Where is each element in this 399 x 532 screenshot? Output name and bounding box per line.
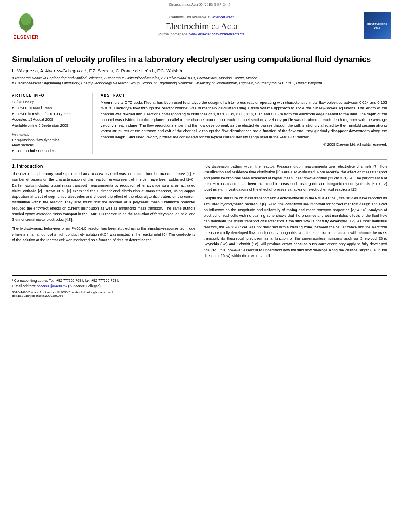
intro-section-title: 1. Introduction [12,164,195,168]
keyword-3: Reactor turbulence models [12,148,87,154]
footer-corresponding: * Corresponding author. Tel.: +52 777329… [12,278,387,283]
journal-homepage: journal homepage: www.elsevier.com/locat… [44,32,359,36]
received-revised-date: Received in revised form 9 July 2009 [12,111,87,117]
right-paragraph-2: Despite the literature on mass transport… [204,195,387,259]
authors-text: L. Vázquez a, A. Alvarez–Gallegos a,*, F… [12,68,182,73]
elsevier-tree-icon [14,12,38,34]
keywords-label: Keywords: [12,132,87,136]
corresponding-tel: Tel.: +52 777329 7084; fax: +52 777329 7… [49,279,119,283]
journal-header: ELSEVIER Contents lists available at Sci… [0,8,399,43]
journal-logo-box: ElectrochimicaActa [364,12,391,39]
affiliation-a: a Research Centre in Engineering and App… [12,76,387,81]
body-left-col: 1. Introduction The FM01-LC laboratory–s… [12,164,195,262]
page-footer: * Corresponding author. Tel.: +52 777329… [12,275,387,298]
journal-title-center: Contents lists available at ScienceDirec… [44,15,359,36]
email-address[interactable]: aalvarez@uaem.mx [37,284,67,288]
abstract-col: ABSTRACT A commercial CFD code, Fluent, … [101,93,387,154]
sciencedirect-link[interactable]: ScienceDirect [212,15,234,19]
email-label: E-mail address: [12,284,36,288]
section-divider [12,159,387,160]
keywords-section: Keywords: Computational flow dynamics Fl… [12,132,87,154]
footer-email: E-mail address: aalvarez@uaem.mx (A. Alv… [12,283,387,289]
journal-url[interactable]: www.elsevier.com/locate/electacta [189,32,245,36]
journal-volume-info: Electrochimica Acta 55 (2010) 3437–3445 [169,2,230,6]
intro-paragraph-1: The FM01-LC laboratory–scale (projected … [12,171,195,222]
article-title: Simulation of velocity profiles in a lab… [12,54,387,64]
elsevier-label: ELSEVIER [14,35,39,39]
available-date: Available online 8 September 2009 [12,123,87,128]
main-content: Simulation of velocity profiles in a lab… [0,43,399,270]
issn-text: 0013-4686/$ – see front matter © 2009 El… [12,290,387,294]
keyword-1: Computational flow dynamics [12,138,87,143]
article-info-heading: ARTICLE INFO [12,93,87,97]
journal-logo-text: ElectrochimicaActa [367,22,387,29]
article-info-abstract-section: ARTICLE INFO Article history: Received 1… [12,90,387,154]
received-date: Received 10 March 2009 [12,105,87,111]
top-bar: Electrochimica Acta 55 (2010) 3437–3445 [0,0,399,8]
abstract-heading: ABSTRACT [101,93,387,97]
email-name: (A. Alvarez-Gallegos). [68,284,102,288]
keyword-2: Flow patterns [12,143,87,148]
corresponding-label: * Corresponding author. [12,279,48,283]
footer-issn: 0013-4686/$ – see front matter © 2009 El… [12,290,387,298]
abstract-text: A commercial CFD code, Fluent, has been … [101,100,387,140]
doi-text: doi:10.1016/j.electacta.2009.08.066 [12,294,387,298]
affiliations: a Research Centre in Engineering and App… [12,76,387,86]
elsevier-logo: ELSEVIER [8,12,44,39]
authors: L. Vázquez a, A. Alvarez–Gallegos a,*, F… [12,68,387,73]
page-wrapper: Electrochimica Acta 55 (2010) 3437–3445 … [0,0,399,298]
journal-logo-right: ElectrochimicaActa [359,12,391,39]
body-content: 1. Introduction The FM01-LC laboratory–s… [12,164,387,262]
journal-name: Electrochimica Acta [44,21,359,31]
history-label: Article history: [12,100,87,104]
right-paragraph-1: flow dispersion pattern within the react… [204,164,387,192]
intro-paragraph-2: The hydrodynamic behaviour of an FM01-LC… [12,226,195,243]
accepted-date: Accepted 13 August 2009 [12,117,87,122]
affiliation-b: b Electrochemical Engineering Laboratory… [12,81,387,86]
copyright-line: © 2009 Elsevier Ltd. All rights reserved… [101,142,387,146]
body-right-col: flow dispersion pattern within the react… [204,164,387,262]
article-info-col: ARTICLE INFO Article history: Received 1… [12,93,93,154]
contents-available: Contents lists available at ScienceDirec… [44,15,359,19]
